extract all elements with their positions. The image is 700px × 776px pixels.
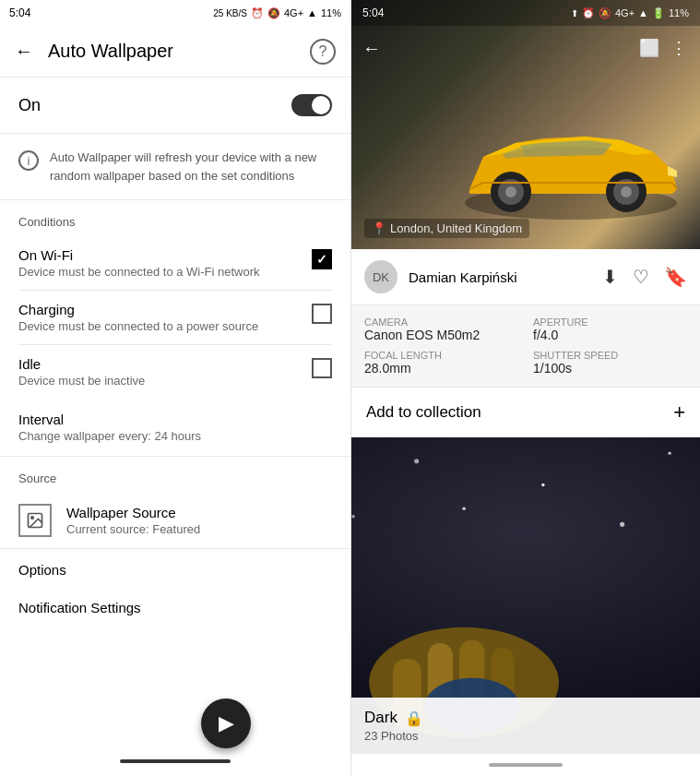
condition-row-charging: Charging Device must be connected to a p… (0, 291, 350, 344)
checkbox-idle[interactable] (312, 358, 332, 378)
wifi-icon: ▲ (307, 7, 317, 18)
top-bar-right: ← ⬜ ⋮ (351, 26, 700, 70)
wallpaper-text: Wallpaper Source Current source: Feature… (66, 505, 200, 536)
camera-label: Camera (364, 316, 518, 328)
time-right: 5:04 (362, 6, 384, 19)
upload-icon[interactable]: ⬜ (639, 38, 659, 58)
condition-desc-idle: Device must be inactive (18, 374, 304, 388)
condition-desc-charging: Device must be connected to a power sour… (18, 319, 304, 333)
source-header: Source (0, 457, 350, 493)
mute-icon-right: 🔕 (599, 7, 611, 19)
car-visual (451, 101, 691, 231)
location-tag: 📍 London, United Kingdom (364, 219, 529, 238)
info-section: i Auto Wallpaper will refresh your devic… (0, 134, 350, 200)
back-button[interactable]: ← (15, 41, 33, 62)
condition-title-idle: Idle (18, 356, 304, 372)
svg-point-13 (668, 451, 670, 454)
condition-title-charging: Charging (18, 302, 304, 317)
shutter-value: 1/100s (533, 361, 687, 376)
wallpaper-source-icon (18, 504, 52, 537)
focal-value: 28.0mm (364, 361, 518, 376)
camera-details: Camera Canon EOS M50m2 Aperture f/4.0 Fo… (351, 305, 700, 387)
shutter-label: Shutter Speed (533, 350, 687, 361)
status-bar-left: 5:04 25 KB/S ⏰ 🔕 4G+ ▲ 11% (0, 0, 350, 26)
options-label: Options (18, 562, 66, 578)
interval-row: Interval Change wallpaper every: 24 hour… (0, 399, 350, 457)
svg-point-1 (31, 517, 34, 519)
right-top-actions: ⬜ ⋮ (639, 38, 689, 58)
status-bar-right: 5:04 ⬆ ⏰ 🔕 4G+ ▲ 🔋 11% (351, 0, 700, 26)
on-toggle[interactable] (291, 94, 332, 116)
more-icon[interactable]: ⋮ (670, 38, 689, 58)
collection-thumb[interactable]: Dark 🔒 23 Photos (351, 437, 700, 754)
wallpaper-source-row[interactable]: Wallpaper Source Current source: Feature… (0, 493, 350, 549)
shutter-group: Shutter Speed 1/100s (533, 350, 687, 376)
add-collection-bar: Add to collection + (351, 387, 700, 437)
time-left: 5:04 (9, 6, 30, 19)
focal-label: Focal Length (364, 350, 518, 361)
focal-group: Focal Length 28.0mm (364, 350, 518, 376)
kb-icon-right: ⬆ (571, 8, 578, 18)
scroll-indicator-right (489, 763, 563, 767)
lock-icon: 🔒 (405, 710, 423, 727)
condition-desc-wifi: Device must be connected to a Wi-Fi netw… (18, 265, 304, 279)
aperture-label: Aperture (533, 316, 687, 328)
condition-title-wifi: On Wi-Fi (18, 247, 304, 263)
top-bar-left: ← Auto Wallpaper ? (0, 26, 350, 78)
page-title: Auto Wallpaper (48, 41, 295, 62)
bookmark-icon[interactable]: 🔖 (664, 266, 687, 288)
collection-subtitle: 23 Photos (364, 729, 687, 743)
photographer-name: Damian Karpiński (409, 269, 591, 285)
photo-detail-section: DK Damian Karpiński ⬇ ♡ 🔖 Camera Canon E… (351, 249, 700, 387)
info-icon: i (18, 150, 39, 171)
left-panel: 5:04 25 KB/S ⏰ 🔕 4G+ ▲ 11% ← Auto Wallpa… (0, 0, 351, 776)
collection-overlay: Dark 🔒 23 Photos (351, 698, 700, 754)
camera-value: Canon EOS M50m2 (364, 328, 518, 342)
notification-label: Notification Settings (18, 600, 141, 615)
avatar: DK (364, 260, 397, 293)
heart-icon[interactable]: ♡ (633, 266, 649, 288)
wallpaper-source-desc: Current source: Featured (66, 522, 200, 536)
location-icon: 📍 (372, 221, 386, 235)
camera-group: Camera Canon EOS M50m2 (364, 316, 518, 342)
info-text: Auto Wallpaper will refresh your device … (50, 149, 332, 185)
mute-icon: 🔕 (267, 7, 280, 19)
location-text: London, United Kingdom (390, 221, 522, 235)
play-fab-button[interactable]: ▶ (201, 698, 251, 748)
battery-right: 🔋 (652, 7, 665, 19)
signal-left: 4G+ (284, 7, 303, 18)
condition-row-wifi: On Wi-Fi Device must be connected to a W… (0, 236, 350, 290)
svg-point-15 (351, 515, 354, 518)
svg-point-12 (541, 484, 544, 486)
collection-title: Dark (364, 709, 397, 727)
download-icon[interactable]: ⬇ (602, 266, 618, 288)
checkbox-charging[interactable] (312, 304, 332, 324)
back-button-right[interactable]: ← (362, 38, 381, 59)
battery-left: 11% (321, 7, 341, 18)
collection-title-row: Dark 🔒 (364, 709, 687, 727)
aperture-group: Aperture f/4.0 (533, 316, 687, 342)
on-toggle-row: On (0, 78, 350, 134)
on-label: On (18, 96, 41, 115)
options-row[interactable]: Options (0, 549, 350, 591)
notification-row[interactable]: Notification Settings (0, 591, 350, 625)
data-speed: 25 KB/S (213, 8, 247, 18)
conditions-header: Conditions (0, 200, 350, 236)
svg-point-17 (620, 522, 624, 527)
condition-text-wifi: On Wi-Fi Device must be connected to a W… (18, 247, 304, 279)
add-collection-label: Add to collection (366, 403, 481, 422)
wifi-icon-right: ▲ (638, 7, 648, 18)
svg-point-5 (505, 186, 516, 197)
help-icon: ? (319, 43, 327, 60)
checkbox-wifi[interactable] (312, 249, 332, 269)
aperture-value: f/4.0 (533, 328, 687, 342)
status-icons-left: 25 KB/S ⏰ 🔕 4G+ ▲ 11% (213, 7, 341, 19)
help-button[interactable]: ? (310, 39, 336, 65)
scroll-indicator-left (120, 759, 231, 763)
condition-text-charging: Charging Device must be connected to a p… (18, 302, 304, 333)
alarm-icon-right: ⏰ (582, 7, 595, 19)
plus-icon[interactable]: + (673, 400, 685, 424)
alarm-icon: ⏰ (251, 7, 264, 19)
condition-text-idle: Idle Device must be inactive (18, 356, 304, 388)
svg-point-16 (462, 507, 465, 509)
